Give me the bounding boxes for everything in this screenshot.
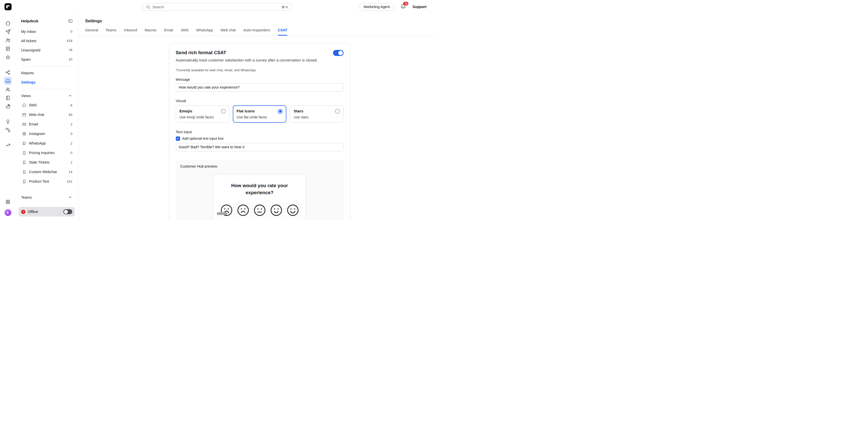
view-item-stale-tickets[interactable]: Stale Tickets 2 (19, 158, 75, 167)
view-item-instagram[interactable]: Instagram 0 (19, 129, 75, 138)
star-icon[interactable] (4, 53, 12, 61)
view-item-custom-webchat[interactable]: Custom Webchat 14 (19, 167, 75, 177)
icon-rail: K (0, 13, 16, 220)
support-link[interactable]: Support (412, 5, 427, 9)
send-icon[interactable] (4, 28, 12, 36)
sidebar-item-reports[interactable]: Reports (19, 68, 75, 77)
search-input[interactable] (152, 5, 279, 9)
view-item-label: Pricing inquiries (29, 151, 55, 155)
bookmark-icon (22, 160, 26, 165)
sidebar-item-my-inbox[interactable]: My Inbox 0 (19, 27, 75, 36)
view-item-email[interactable]: Email 2 (19, 120, 75, 129)
view-item-whatsapp[interactable]: WhatsApp 2 (19, 138, 75, 148)
apps-grid-icon[interactable] (4, 198, 12, 206)
envelope-icon (22, 122, 26, 127)
contacts-icon[interactable] (4, 36, 12, 44)
view-item-count: 0 (70, 132, 72, 136)
sidebar-item-all-tickets[interactable]: All tickets 418 (19, 36, 75, 45)
message-label: Message (176, 77, 344, 81)
availability-status: ! Offline (19, 207, 75, 216)
sidebar-item-label: Unassigned (21, 48, 40, 52)
agent-button[interactable]: Marketing Agent (359, 3, 395, 11)
user-avatar[interactable]: K (4, 209, 11, 216)
sidebar-item-unassigned[interactable]: Unassigned 76 (19, 45, 75, 55)
view-item-label: Email (29, 122, 38, 126)
view-item-count: 152 (67, 180, 72, 183)
view-item-count: 0 (70, 151, 72, 155)
collapse-sidebar-icon[interactable] (68, 19, 73, 23)
optional-text-checkbox[interactable] (176, 136, 180, 141)
view-item-sms[interactable]: SMS 6 (19, 100, 75, 110)
optional-text-input[interactable] (176, 143, 344, 151)
message-input[interactable] (176, 83, 344, 92)
radio-stars[interactable] (335, 109, 340, 114)
visual-option-flat-icons[interactable]: Flat icons Use flat smile faces (233, 105, 286, 123)
bookmark-icon (22, 170, 26, 174)
users-icon[interactable] (4, 85, 12, 93)
view-item-web-chat[interactable]: Web chat 93 (19, 110, 75, 120)
scrollbar-thumb[interactable] (217, 212, 227, 215)
view-item-label: WhatsApp (29, 141, 46, 145)
preview-question: How would you rate your experience? (228, 182, 291, 196)
happy-face-icon (269, 203, 283, 217)
very-happy-face-icon (286, 203, 300, 217)
offline-toggle[interactable] (63, 209, 72, 214)
preview-card: How would you rate your experience? (214, 174, 306, 220)
views-section-header[interactable]: Views (19, 91, 75, 100)
option-subtitle: Use flat smile faces (237, 115, 283, 119)
section-header-label: Views (21, 94, 31, 98)
tab-auto-responders[interactable]: Auto-responders (243, 28, 270, 35)
book-icon[interactable] (4, 94, 12, 102)
app-logo[interactable] (4, 3, 11, 10)
share-nodes-icon[interactable] (4, 68, 12, 76)
csat-face-sad (236, 203, 250, 217)
sidebar-item-settings[interactable]: Settings (19, 77, 75, 87)
checkbox-label: Add optional text input box (182, 136, 224, 140)
sidebar-item-count: 0 (70, 30, 72, 33)
section-header-label: Teams (21, 195, 32, 199)
topbar: ⌘ K Marketing Agent 73 Support (0, 0, 434, 13)
tab-general[interactable]: General (85, 28, 98, 35)
visual-option-stars[interactable]: Stars Use stars (290, 105, 343, 123)
lightbulb-icon[interactable] (4, 117, 12, 126)
option-subtitle: Use stars (293, 115, 340, 119)
tab-macros[interactable]: Macros (145, 28, 157, 35)
tab-inbound[interactable]: Inbound (124, 28, 137, 35)
chevron-up-icon (68, 195, 72, 199)
view-item-count: 93 (68, 113, 72, 116)
search-icon (146, 5, 150, 9)
notifications-button[interactable]: 73 (400, 4, 406, 10)
csat-description: Automatically track customer satisfactio… (176, 58, 323, 63)
view-item-count: 6 (70, 103, 72, 107)
teams-section-header[interactable]: Teams (19, 193, 75, 202)
view-item-label: Stale Tickets (29, 160, 50, 164)
tab-teams[interactable]: Teams (106, 28, 117, 35)
notification-badge: 73 (403, 2, 408, 5)
sidebar-item-label: Settings (21, 80, 35, 84)
csat-enabled-toggle[interactable] (333, 50, 344, 56)
visual-option-emojis[interactable]: Emojis Use emoji smile faces (176, 105, 229, 123)
workflow-icon[interactable] (4, 126, 12, 134)
radio-emojis[interactable] (221, 109, 226, 114)
tab-csat[interactable]: CSAT (278, 28, 287, 35)
tab-sms[interactable]: SMS (181, 28, 189, 35)
radio-flat-icons[interactable] (278, 109, 283, 114)
csat-face-very-happy (285, 203, 300, 217)
sidebar-item-count: 418 (67, 39, 72, 43)
search-shortcut: ⌘ K (282, 5, 288, 9)
tab-web-chat[interactable]: Web chat (220, 28, 236, 35)
view-item-pricing-inquiries[interactable]: Pricing inquiries 0 (19, 148, 75, 158)
tab-whatsapp[interactable]: WhatsApp (196, 28, 213, 35)
trending-up-icon[interactable] (4, 141, 12, 149)
tab-email[interactable]: Email (164, 28, 173, 35)
pie-chart-icon[interactable] (4, 102, 12, 110)
home-icon[interactable] (4, 19, 12, 27)
sidebar-item-spam[interactable]: Spam 10 (19, 55, 75, 64)
option-title: Stars (293, 109, 340, 113)
csat-faces-row (219, 203, 300, 217)
global-search[interactable]: ⌘ K (143, 3, 291, 11)
inbox-icon[interactable] (4, 77, 12, 85)
whatsapp-icon (22, 141, 26, 145)
note-icon[interactable] (4, 45, 12, 53)
view-item-product-test[interactable]: Product Test 152 (19, 177, 75, 186)
